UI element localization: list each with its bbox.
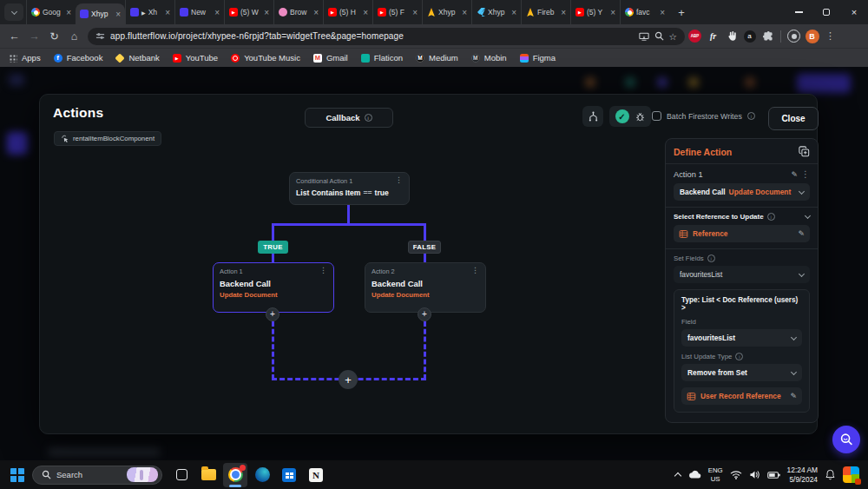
field-select-dropdown[interactable]: favouritesList — [674, 266, 810, 283]
tab-close-icon[interactable]: × — [412, 8, 418, 17]
browser-tab[interactable]: Brow × — [273, 0, 323, 24]
batch-firestore-checkbox-row[interactable]: Batch Firestore Writes i — [652, 111, 755, 121]
flow-view-button[interactable] — [582, 106, 603, 127]
add-action-merge-button[interactable]: + — [339, 370, 358, 389]
tab-close-icon[interactable]: × — [115, 10, 121, 19]
bookmark-flaticon[interactable]: Flaticon — [361, 53, 403, 63]
kebab-icon[interactable]: ⋮ — [801, 169, 810, 179]
browser-tab-active[interactable]: Xhyp × — [76, 3, 125, 24]
add-action-button[interactable]: + — [266, 307, 279, 321]
browser-tab[interactable]: Goog × — [26, 0, 76, 24]
browser-tab[interactable]: (5) H × — [323, 0, 372, 24]
component-chip[interactable]: rentalItemBlockComponent — [54, 131, 161, 146]
search-help-fab[interactable] — [832, 426, 860, 453]
add-field-button[interactable]: + Add Field — [674, 422, 732, 423]
language-indicator[interactable]: ENG US — [708, 466, 723, 483]
microsoft-store-button[interactable] — [277, 463, 301, 487]
add-action-button[interactable]: + — [418, 307, 431, 321]
kebab-icon[interactable]: ⋮ — [395, 177, 403, 185]
bookmark-medium[interactable]: Medium — [416, 53, 458, 63]
bookmark-mobin[interactable]: Mobin — [471, 53, 507, 63]
extensions-puzzle-icon[interactable] — [760, 30, 776, 42]
tab-close-icon[interactable]: × — [561, 8, 566, 17]
tab-search-button[interactable] — [4, 3, 23, 21]
bookmark-youtube-music[interactable]: YouTube Music — [231, 53, 300, 63]
tab-close-icon[interactable]: × — [264, 8, 269, 17]
adblock-extension-icon[interactable]: ABP — [687, 30, 703, 43]
browser-tab[interactable]: Xhyp × — [422, 0, 471, 24]
tab-close-icon[interactable]: × — [363, 8, 368, 17]
home-button[interactable]: ⌂ — [65, 30, 83, 43]
tab-close-icon[interactable]: × — [66, 8, 71, 17]
volume-icon[interactable] — [749, 470, 760, 479]
browser-tab[interactable]: (5) Y × — [570, 0, 620, 24]
window-minimize-button[interactable] — [785, 0, 812, 24]
list-update-type-dropdown[interactable]: Remove from Set — [681, 364, 802, 381]
validation-check-icon[interactable]: ✓ — [615, 109, 629, 123]
checkbox-unchecked[interactable] — [652, 111, 661, 121]
search-lens-icon[interactable] — [654, 31, 664, 41]
browser-tab[interactable]: New × — [174, 0, 224, 24]
taskbar-search[interactable]: Search — [32, 466, 162, 485]
browser-tab[interactable]: Xhyp × — [471, 0, 521, 24]
select-reference-section-header[interactable]: Select Reference to Update i — [674, 213, 810, 221]
reload-button[interactable]: ↻ — [45, 30, 63, 43]
fr-extension-icon[interactable]: fr — [705, 31, 721, 41]
tab-close-icon[interactable]: × — [610, 8, 615, 17]
sync-status-icon[interactable] — [786, 30, 802, 43]
back-button[interactable]: ← — [5, 30, 23, 43]
notifications-bell-icon[interactable] — [825, 469, 836, 480]
tab-close-icon[interactable]: × — [165, 8, 170, 17]
browser-tab[interactable]: Fireb × — [521, 0, 570, 24]
browser-tab[interactable]: favc × — [620, 0, 669, 24]
action-type-dropdown[interactable]: Backend Call Update Document — [674, 183, 810, 201]
start-button[interactable] — [5, 463, 30, 487]
edit-reference-icon[interactable]: ✎ — [798, 229, 805, 238]
file-explorer-button[interactable] — [196, 463, 220, 487]
window-close-button[interactable]: × — [840, 0, 868, 24]
conditional-action-node[interactable]: Conditional Action 1 ⋮ List Contains Ite… — [289, 172, 410, 205]
forward-button[interactable]: → — [25, 30, 43, 43]
notion-taskbar-button[interactable]: N — [304, 463, 328, 487]
onedrive-cloud-icon[interactable] — [687, 470, 701, 479]
hidden-icons-chevron[interactable] — [674, 472, 681, 479]
edit-user-record-reference-icon[interactable]: ✎ — [790, 392, 797, 400]
bookmark-youtube[interactable]: YouTube — [173, 53, 218, 63]
task-view-button[interactable] — [169, 463, 194, 487]
site-settings-icon[interactable] — [95, 31, 105, 41]
bookmark-facebook[interactable]: Facebook — [54, 53, 103, 63]
hand-extension-icon[interactable] — [723, 30, 740, 42]
bookmark-figma[interactable]: Figma — [520, 53, 556, 63]
edit-action-name-icon[interactable]: ✎ — [791, 170, 798, 179]
edge-taskbar-button[interactable] — [250, 463, 274, 487]
close-modal-button[interactable]: Close — [768, 107, 819, 130]
wifi-icon[interactable] — [730, 470, 742, 479]
callback-button[interactable]: Callback i — [305, 108, 393, 128]
kebab-icon[interactable]: ⋮ — [471, 268, 479, 275]
url-text[interactable]: app.flutterflow.io/project/xhypee-n6rpjd… — [110, 31, 634, 41]
profile-avatar[interactable]: B — [804, 30, 820, 43]
widgets-weather-icon[interactable] — [843, 466, 859, 483]
new-tab-button[interactable]: + — [673, 3, 690, 21]
bookmark-apps[interactable]: Apps — [9, 53, 41, 63]
chrome-taskbar-button[interactable] — [223, 463, 247, 487]
browser-tab[interactable]: (5) F × — [372, 0, 422, 24]
browser-menu-button[interactable]: ⋮ — [822, 30, 838, 42]
tab-close-icon[interactable]: × — [660, 8, 665, 17]
address-bar[interactable]: app.flutterflow.io/project/xhypee-n6rpjd… — [88, 28, 685, 45]
tab-close-icon[interactable]: × — [511, 8, 516, 17]
window-maximize-button[interactable] — [812, 0, 840, 24]
bookmark-netbank[interactable]: Netbank — [115, 53, 159, 63]
kebab-icon[interactable]: ⋮ — [319, 268, 327, 275]
a-extension-icon[interactable]: a — [741, 30, 758, 43]
bookmark-star-icon[interactable]: ☆ — [669, 31, 677, 42]
send-to-device-icon[interactable] — [639, 32, 649, 41]
reference-value-row[interactable]: Reference ✎ — [674, 225, 810, 242]
battery-icon[interactable] — [767, 471, 780, 479]
clock[interactable]: 12:24 AM 5/9/2024 — [787, 466, 818, 485]
action-2-node[interactable]: Action 2 ⋮ Backend Call Update Document — [365, 262, 486, 313]
debug-bug-icon[interactable] — [635, 111, 646, 122]
browser-tab[interactable]: ▶ Xh × — [125, 0, 174, 24]
bookmark-gmail[interactable]: Gmail — [313, 53, 348, 63]
tab-close-icon[interactable]: × — [313, 8, 319, 17]
